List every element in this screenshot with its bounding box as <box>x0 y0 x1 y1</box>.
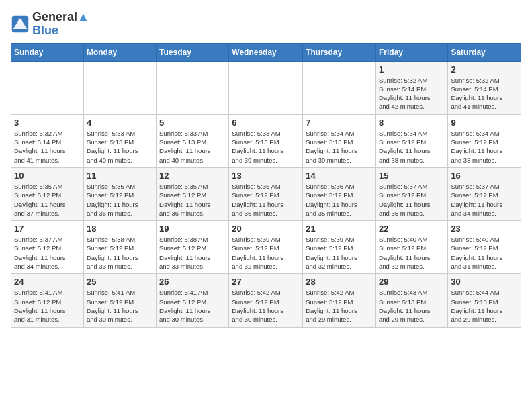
svg-point-2 <box>18 19 21 22</box>
day-number: 25 <box>87 277 153 287</box>
day-number: 9 <box>451 118 518 128</box>
day-info: Sunrise: 5:41 AM Sunset: 5:12 PM Dayligh… <box>87 288 153 324</box>
day-number: 13 <box>232 171 300 181</box>
calendar-cell: 24Sunrise: 5:41 AM Sunset: 5:12 PM Dayli… <box>11 274 84 327</box>
weekday-header-row: SundayMondayTuesdayWednesdayThursdayFrid… <box>11 43 521 61</box>
calendar-cell: 27Sunrise: 5:42 AM Sunset: 5:12 PM Dayli… <box>229 274 303 327</box>
day-info: Sunrise: 5:36 AM Sunset: 5:12 PM Dayligh… <box>232 182 300 218</box>
calendar-cell: 4Sunrise: 5:33 AM Sunset: 5:13 PM Daylig… <box>83 114 156 167</box>
day-number: 14 <box>306 171 373 181</box>
day-number: 30 <box>451 277 518 287</box>
day-info: Sunrise: 5:32 AM Sunset: 5:14 PM Dayligh… <box>379 76 445 111</box>
calendar-cell <box>303 61 376 114</box>
day-number: 12 <box>159 171 226 181</box>
day-info: Sunrise: 5:42 AM Sunset: 5:12 PM Dayligh… <box>232 288 300 324</box>
calendar-week-4: 17Sunrise: 5:37 AM Sunset: 5:12 PM Dayli… <box>11 221 521 274</box>
calendar-cell: 29Sunrise: 5:43 AM Sunset: 5:13 PM Dayli… <box>375 274 447 327</box>
day-number: 1 <box>379 64 445 75</box>
day-number: 18 <box>87 224 153 234</box>
day-info: Sunrise: 5:38 AM Sunset: 5:12 PM Dayligh… <box>87 235 153 271</box>
day-info: Sunrise: 5:41 AM Sunset: 5:12 PM Dayligh… <box>14 288 81 324</box>
logo: General▲ Blue <box>11 11 89 38</box>
logo-icon <box>11 15 30 34</box>
day-number: 16 <box>451 171 518 181</box>
day-info: Sunrise: 5:34 AM Sunset: 5:12 PM Dayligh… <box>379 129 445 165</box>
day-number: 23 <box>451 224 518 234</box>
day-number: 27 <box>232 277 300 287</box>
calendar-cell: 20Sunrise: 5:39 AM Sunset: 5:12 PM Dayli… <box>229 221 303 274</box>
day-info: Sunrise: 5:33 AM Sunset: 5:13 PM Dayligh… <box>232 129 300 165</box>
day-info: Sunrise: 5:42 AM Sunset: 5:12 PM Dayligh… <box>306 288 373 324</box>
calendar-cell: 19Sunrise: 5:38 AM Sunset: 5:12 PM Dayli… <box>157 221 229 274</box>
day-number: 19 <box>159 224 226 234</box>
weekday-header-sunday: Sunday <box>11 43 84 61</box>
calendar-cell: 16Sunrise: 5:37 AM Sunset: 5:12 PM Dayli… <box>448 167 521 220</box>
day-number: 26 <box>159 277 226 287</box>
day-number: 5 <box>159 118 226 128</box>
calendar-cell: 26Sunrise: 5:41 AM Sunset: 5:12 PM Dayli… <box>157 274 229 327</box>
day-info: Sunrise: 5:35 AM Sunset: 5:12 PM Dayligh… <box>87 182 153 218</box>
calendar-week-3: 10Sunrise: 5:35 AM Sunset: 5:12 PM Dayli… <box>11 167 521 220</box>
day-info: Sunrise: 5:43 AM Sunset: 5:13 PM Dayligh… <box>379 288 445 324</box>
day-info: Sunrise: 5:39 AM Sunset: 5:12 PM Dayligh… <box>232 235 300 271</box>
day-info: Sunrise: 5:35 AM Sunset: 5:12 PM Dayligh… <box>159 182 226 218</box>
day-info: Sunrise: 5:33 AM Sunset: 5:13 PM Dayligh… <box>159 129 226 165</box>
day-info: Sunrise: 5:35 AM Sunset: 5:12 PM Dayligh… <box>14 182 81 218</box>
calendar-cell: 18Sunrise: 5:38 AM Sunset: 5:12 PM Dayli… <box>83 221 156 274</box>
day-info: Sunrise: 5:39 AM Sunset: 5:12 PM Dayligh… <box>306 235 373 271</box>
calendar-cell: 17Sunrise: 5:37 AM Sunset: 5:12 PM Dayli… <box>11 221 84 274</box>
day-info: Sunrise: 5:40 AM Sunset: 5:12 PM Dayligh… <box>379 235 445 271</box>
day-number: 22 <box>379 224 445 234</box>
page-header: General▲ Blue <box>11 11 521 38</box>
weekday-header-friday: Friday <box>375 43 447 61</box>
day-number: 7 <box>306 118 373 128</box>
day-number: 17 <box>14 224 81 234</box>
calendar-week-1: 1Sunrise: 5:32 AM Sunset: 5:14 PM Daylig… <box>11 61 521 114</box>
calendar-cell: 9Sunrise: 5:34 AM Sunset: 5:12 PM Daylig… <box>448 114 521 167</box>
day-info: Sunrise: 5:34 AM Sunset: 5:12 PM Dayligh… <box>451 129 518 165</box>
day-info: Sunrise: 5:37 AM Sunset: 5:12 PM Dayligh… <box>379 182 445 218</box>
calendar-cell <box>83 61 156 114</box>
day-number: 3 <box>14 118 81 128</box>
day-number: 20 <box>232 224 300 234</box>
calendar-table: SundayMondayTuesdayWednesdayThursdayFrid… <box>11 43 521 328</box>
day-info: Sunrise: 5:41 AM Sunset: 5:12 PM Dayligh… <box>159 288 226 324</box>
calendar-cell: 12Sunrise: 5:35 AM Sunset: 5:12 PM Dayli… <box>157 167 229 220</box>
calendar-cell: 28Sunrise: 5:42 AM Sunset: 5:12 PM Dayli… <box>303 274 376 327</box>
calendar-cell: 8Sunrise: 5:34 AM Sunset: 5:12 PM Daylig… <box>375 114 447 167</box>
day-info: Sunrise: 5:37 AM Sunset: 5:12 PM Dayligh… <box>14 235 81 271</box>
day-info: Sunrise: 5:40 AM Sunset: 5:12 PM Dayligh… <box>451 235 518 271</box>
calendar-cell: 11Sunrise: 5:35 AM Sunset: 5:12 PM Dayli… <box>83 167 156 220</box>
calendar-cell: 7Sunrise: 5:34 AM Sunset: 5:13 PM Daylig… <box>303 114 376 167</box>
day-number: 10 <box>14 171 81 181</box>
calendar-week-2: 3Sunrise: 5:32 AM Sunset: 5:14 PM Daylig… <box>11 114 521 167</box>
day-number: 4 <box>87 118 153 128</box>
day-info: Sunrise: 5:38 AM Sunset: 5:12 PM Dayligh… <box>159 235 226 271</box>
weekday-header-wednesday: Wednesday <box>229 43 303 61</box>
weekday-header-monday: Monday <box>83 43 156 61</box>
day-info: Sunrise: 5:36 AM Sunset: 5:12 PM Dayligh… <box>306 182 373 218</box>
calendar-cell: 23Sunrise: 5:40 AM Sunset: 5:12 PM Dayli… <box>448 221 521 274</box>
calendar-cell <box>157 61 229 114</box>
calendar-cell: 21Sunrise: 5:39 AM Sunset: 5:12 PM Dayli… <box>303 221 376 274</box>
weekday-header-thursday: Thursday <box>303 43 376 61</box>
weekday-header-saturday: Saturday <box>448 43 521 61</box>
day-number: 8 <box>379 118 445 128</box>
calendar-cell: 3Sunrise: 5:32 AM Sunset: 5:14 PM Daylig… <box>11 114 84 167</box>
day-info: Sunrise: 5:44 AM Sunset: 5:13 PM Dayligh… <box>451 288 518 324</box>
calendar-cell: 2Sunrise: 5:32 AM Sunset: 5:14 PM Daylig… <box>448 61 521 114</box>
calendar-cell: 6Sunrise: 5:33 AM Sunset: 5:13 PM Daylig… <box>229 114 303 167</box>
calendar-cell <box>11 61 84 114</box>
day-number: 29 <box>379 277 445 287</box>
calendar-cell <box>229 61 303 114</box>
day-number: 2 <box>451 64 518 75</box>
calendar-cell: 30Sunrise: 5:44 AM Sunset: 5:13 PM Dayli… <box>448 274 521 327</box>
calendar-cell: 13Sunrise: 5:36 AM Sunset: 5:12 PM Dayli… <box>229 167 303 220</box>
calendar-cell: 15Sunrise: 5:37 AM Sunset: 5:12 PM Dayli… <box>375 167 447 220</box>
day-number: 24 <box>14 277 81 287</box>
calendar-cell: 22Sunrise: 5:40 AM Sunset: 5:12 PM Dayli… <box>375 221 447 274</box>
calendar-cell: 10Sunrise: 5:35 AM Sunset: 5:12 PM Dayli… <box>11 167 84 220</box>
day-info: Sunrise: 5:32 AM Sunset: 5:14 PM Dayligh… <box>14 129 81 165</box>
calendar-week-5: 24Sunrise: 5:41 AM Sunset: 5:12 PM Dayli… <box>11 274 521 327</box>
day-number: 15 <box>379 171 445 181</box>
